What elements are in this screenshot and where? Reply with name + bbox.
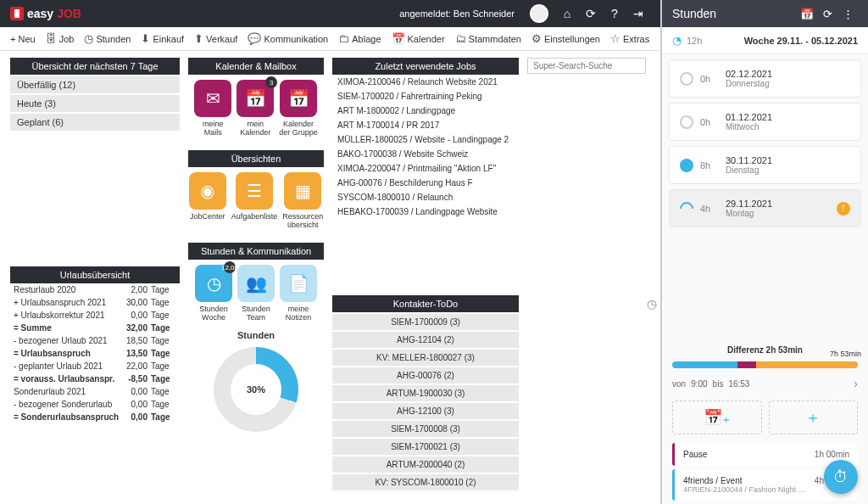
- timer-fab-button[interactable]: ⏱: [824, 460, 858, 494]
- day-progress-icon: [680, 72, 693, 86]
- day-card[interactable]: 0h02.12.2021Donnerstag: [669, 59, 861, 98]
- chart-title: Stunden: [188, 330, 324, 340]
- panel-uebersichten: Übersichten ◉JobCenter☰Aufgabenliste▦Res…: [188, 150, 324, 234]
- week-hours: 12h: [687, 36, 702, 46]
- todo-row[interactable]: KV: MELLER-1800027 (3): [332, 350, 519, 366]
- time-bar: 7h 53min: [672, 361, 858, 368]
- gear-icon: ⚙: [531, 32, 542, 45]
- add-entry-button[interactable]: ＋: [769, 400, 859, 434]
- logout-icon[interactable]: ⇥: [626, 7, 650, 20]
- todo-row[interactable]: ARTUM-2000040 (2): [332, 456, 519, 473]
- recent-job-row[interactable]: XIMOA-2100046 / Relaunch Website 2021: [332, 75, 519, 89]
- sidebar-toggle-icon[interactable]: ◷: [647, 297, 657, 311]
- recent-job-row[interactable]: SIEM-1700020 / Fahrertraining Peking: [332, 89, 519, 104]
- menu-stammdaten[interactable]: 🗂Stammdaten: [455, 32, 521, 45]
- todo-row[interactable]: SIEM-1700009 (3): [332, 314, 519, 330]
- vacation-row: = vorauss. Urlaubsanspr.-8,50Tage: [10, 372, 180, 385]
- overview-row[interactable]: Heute (3): [10, 95, 180, 112]
- todo-row[interactable]: AHG-00076 (2): [332, 367, 519, 384]
- day-progress-icon: [680, 115, 693, 129]
- super-search-input[interactable]: [527, 58, 646, 74]
- from-label: von: [672, 379, 686, 389]
- todo-row[interactable]: AHG-12100 (3): [332, 403, 519, 419]
- menu-ablage[interactable]: 🗀Ablage: [338, 32, 381, 45]
- refresh-icon[interactable]: ⟳: [817, 8, 837, 20]
- uebersicht-item[interactable]: ☰Aufgabenliste: [231, 172, 278, 229]
- panel-title: Übersichten: [188, 150, 324, 167]
- menu-job[interactable]: 🗄Job: [46, 32, 75, 45]
- week-summary: ◔ 12h Woche 29.11. - 05.12.2021: [662, 27, 868, 54]
- star-icon: ☆: [610, 32, 620, 45]
- day-card[interactable]: 0h01.12.2021Mittwoch: [669, 103, 861, 141]
- calmail-item[interactable]: 📅3meinKalender: [236, 80, 274, 137]
- day-card[interactable]: 8h30.11.2021Dienstag: [669, 146, 861, 184]
- recent-job-row[interactable]: BAKO-1700038 / Website Schweiz: [332, 147, 519, 161]
- todo-row[interactable]: SIEM-1700021 (3): [332, 439, 519, 455]
- menu-einkauf[interactable]: ⬇Einkauf: [141, 32, 184, 45]
- calendar-icon: 📅: [392, 32, 405, 45]
- menu-einstellungen[interactable]: ⚙Einstellungen: [531, 32, 600, 45]
- out-icon: ⬆: [194, 32, 203, 45]
- logo-text-job: JOB: [57, 7, 81, 20]
- recent-job-row[interactable]: ART M-1700014 / PR 2017: [332, 118, 519, 132]
- recent-job-row[interactable]: ART M-1800002 / Landingpage: [332, 104, 519, 118]
- chat-icon: 💬: [248, 32, 261, 45]
- uebersicht-item[interactable]: ◉JobCenter: [189, 172, 226, 229]
- warning-icon: !: [837, 202, 850, 216]
- recent-job-row[interactable]: SYSCOM-1800010 / Relaunch: [332, 190, 519, 204]
- stundenkomm-item[interactable]: 👥StundenTeam: [237, 265, 275, 322]
- day-progress-icon: [680, 159, 693, 172]
- topbar: easyJOB angemeldet: Ben Schneider ⌂ ⟳ ? …: [0, 0, 660, 27]
- vacation-row: = Urlaubsanspruch13,50Tage: [10, 347, 180, 360]
- vacation-row: Resturlaub 20202,00Tage: [10, 283, 180, 296]
- to-label: bis: [713, 379, 724, 389]
- panel-vacation: Urlaubsübersicht Resturlaub 20202,00Tage…: [10, 266, 180, 423]
- overview-row[interactable]: Geplant (6): [10, 114, 180, 131]
- menu-neu[interactable]: + Neu: [10, 34, 36, 44]
- todo-row[interactable]: AHG-12104 (2): [332, 332, 519, 348]
- more-icon[interactable]: ⋮: [837, 8, 858, 20]
- panel-stunden-kommunikation: Stunden & Kommunikation ◷12,00StundenWoc…: [188, 243, 324, 432]
- panel-title: Urlaubsübersicht: [10, 266, 180, 283]
- menu-kalender[interactable]: 📅Kalender: [392, 32, 445, 45]
- menu-kommunikation[interactable]: 💬Kommunikation: [248, 32, 328, 45]
- help-icon[interactable]: ?: [603, 7, 626, 20]
- vacation-row: - bezogener Sonderurlaub0,00Tage: [10, 398, 180, 411]
- chart-pct: 30%: [247, 384, 265, 395]
- overview-row[interactable]: Überfällig (12): [10, 76, 180, 93]
- total-time: 7h 53min: [830, 350, 861, 358]
- stundenkomm-item[interactable]: ◷12,00StundenWoche: [195, 265, 232, 322]
- hours-sidebar: Stunden 📅 ⟳ ⋮ ◔ 12h Woche 29.11. - 05.12…: [661, 0, 868, 504]
- uebersicht-item[interactable]: ▦Ressourcenübersicht: [282, 172, 323, 229]
- expand-icon[interactable]: ›: [854, 377, 858, 390]
- recent-job-row[interactable]: XIMOA-2200047 / Printmailing "Aktion LF": [332, 161, 519, 176]
- in-icon: ⬇: [141, 32, 150, 45]
- todo-row[interactable]: SIEM-1700008 (3): [332, 421, 519, 437]
- todo-row[interactable]: ARTUM-1900030 (3): [332, 385, 519, 401]
- avatar[interactable]: [530, 4, 548, 23]
- recent-job-row[interactable]: MÜLLER-1800025 / Website - Landingpage 2: [332, 132, 519, 147]
- stundenkomm-item[interactable]: 📄meineNotizen: [280, 265, 317, 322]
- day-card[interactable]: 4h29.11.2021Montag!: [669, 189, 861, 227]
- logo-icon: [10, 7, 24, 20]
- panel-title: Kontakter-ToDo: [332, 295, 519, 312]
- menu-extras[interactable]: ☆Extras: [610, 32, 649, 45]
- recent-job-row[interactable]: HEBAKO-1700039 / Landingpage Website: [332, 204, 519, 219]
- panel-title: Übersicht der nächsten 7 Tage: [10, 58, 180, 75]
- menu-stunden[interactable]: ◷Stunden: [84, 32, 131, 45]
- home-icon[interactable]: ⌂: [555, 7, 579, 20]
- todo-row[interactable]: KV: SYSCOM-1800010 (2): [332, 474, 519, 490]
- menu-verkauf[interactable]: ⬆Verkauf: [194, 32, 237, 45]
- calmail-item[interactable]: ✉meineMails: [194, 80, 231, 137]
- add-calendar-entry-button[interactable]: 📅₊: [672, 400, 762, 434]
- panel-overview-7days: Übersicht der nächsten 7 Tage Überfällig…: [10, 58, 180, 131]
- briefcase-icon: 🗄: [46, 32, 57, 45]
- calmail-item[interactable]: 📅Kalenderder Gruppe: [279, 80, 318, 137]
- folder-icon: 🗀: [338, 32, 349, 45]
- day-progress-icon: [677, 199, 697, 218]
- recent-job-row[interactable]: AHG-00076 / Beschilderung Haus F: [332, 176, 519, 190]
- calendar-picker-icon[interactable]: 📅: [797, 8, 817, 20]
- menubar: + Neu 🗄Job ◷Stunden ⬇Einkauf ⬆Verkauf 💬K…: [0, 27, 660, 51]
- refresh-icon[interactable]: ⟳: [579, 7, 603, 20]
- logo-text-easy: easy: [27, 7, 53, 20]
